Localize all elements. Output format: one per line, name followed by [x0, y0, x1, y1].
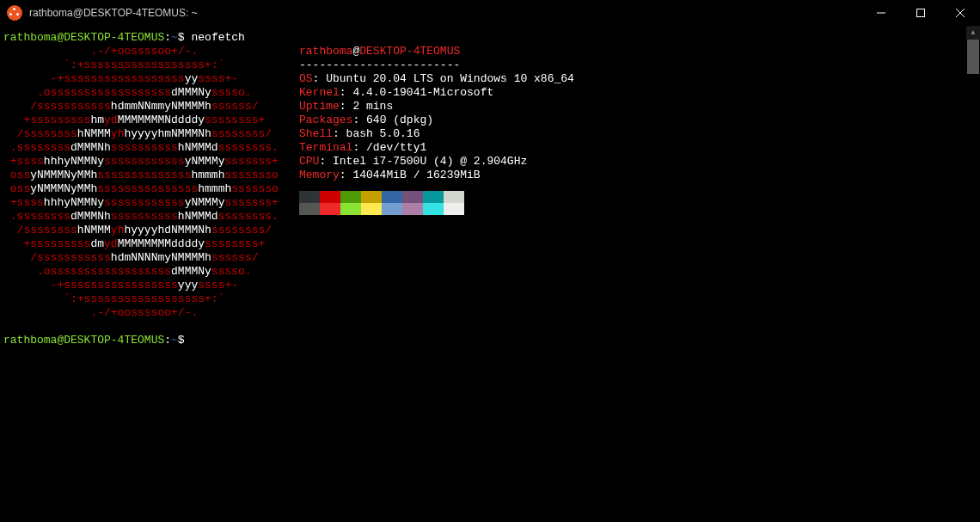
terminal-area[interactable]: rathboma@DESKTOP-4TEOMUS:~$ neofetch .-/… — [0, 26, 980, 522]
window-title: rathboma@DESKTOP-4TEOMUS: ~ — [29, 6, 198, 20]
info-row: Terminal: /dev/tty1 — [299, 141, 574, 155]
info-row: CPU: Intel i7-7500U (4) @ 2.904GHz — [299, 155, 574, 169]
info-row: Uptime: 2 mins — [299, 100, 574, 114]
system-info: rathboma@DESKTOP-4TEOMUS ---------------… — [299, 45, 574, 215]
info-row: Shell: bash 5.0.16 — [299, 127, 574, 141]
svg-rect-1 — [917, 9, 925, 17]
minimize-button[interactable] — [861, 0, 901, 26]
prompt-line-2: rathboma@DESKTOP-4TEOMUS:~$ — [3, 334, 977, 347]
color-palette — [299, 191, 574, 215]
info-row: Memory: 14044MiB / 16239MiB — [299, 169, 574, 182]
window-titlebar: rathboma@DESKTOP-4TEOMUS: ~ — [0, 0, 980, 26]
scrollbar[interactable]: ▲ — [966, 26, 980, 522]
info-divider: ------------------------ — [299, 58, 574, 72]
maximize-button[interactable] — [901, 0, 940, 26]
info-row: OS: Ubuntu 20.04 LTS on Windows 10 x86_6… — [299, 72, 574, 86]
info-row: Kernel: 4.4.0-19041-Microsoft — [299, 86, 574, 100]
window-controls — [861, 0, 980, 26]
prompt-line-1: rathboma@DESKTOP-4TEOMUS:~$ neofetch — [3, 31, 977, 45]
close-button[interactable] — [940, 0, 980, 26]
ubuntu-icon — [7, 5, 22, 21]
scroll-up-icon[interactable]: ▲ — [966, 26, 980, 40]
scrollbar-thumb[interactable] — [967, 40, 979, 74]
info-row: Packages: 640 (dpkg) — [299, 114, 574, 127]
